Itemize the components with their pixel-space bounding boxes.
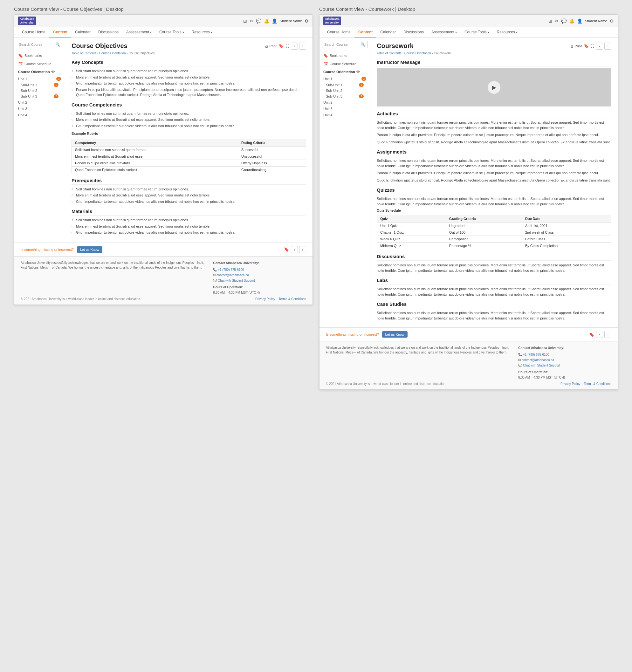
user-icon[interactable]: 👤 bbox=[272, 19, 277, 24]
terms-link-1[interactable]: Terms & Conditions bbox=[278, 297, 306, 301]
sidebar-item-schedule-2[interactable]: 📅 Course Schedule bbox=[319, 60, 370, 68]
sidebar-unit1-1[interactable]: Unit 1 3 bbox=[14, 76, 65, 82]
schedule-label-1: Course Schedule bbox=[24, 62, 51, 66]
phone-link-1[interactable]: +1 (780) 675-6100 bbox=[218, 268, 244, 271]
bell-icon-2[interactable]: 🔔 bbox=[569, 19, 575, 24]
bookmark-btn-2[interactable]: 🔖 bbox=[584, 44, 589, 48]
grid-icon[interactable]: ⊞ bbox=[243, 19, 247, 24]
footer-prev-1[interactable]: ‹ bbox=[291, 246, 298, 253]
sidebar-unit4-1[interactable]: Unit 4 bbox=[14, 112, 65, 118]
nav-calendar-2[interactable]: Calendar bbox=[376, 27, 399, 38]
let-us-know-btn-1[interactable]: Let us Know bbox=[77, 246, 103, 253]
privacy-link-1[interactable]: Privacy Policy bbox=[255, 297, 275, 301]
phone-link-2[interactable]: +1 (780) 675-6100 bbox=[523, 353, 549, 356]
sidebar-item-schedule-1[interactable]: 📅 Course Schedule bbox=[14, 60, 65, 68]
bookmark-btn-footer-2[interactable]: 🔖 bbox=[589, 332, 594, 337]
print-button-2[interactable]: 🖨 Print bbox=[570, 44, 582, 48]
quiz-cell: Before Class bbox=[522, 236, 611, 243]
footer-next-1[interactable]: › bbox=[299, 246, 306, 253]
mail-icon-2[interactable]: ✉ bbox=[555, 19, 559, 24]
gear-icon-2[interactable]: ⚙ bbox=[610, 19, 614, 24]
let-us-know-btn-2[interactable]: Let us Know bbox=[382, 331, 408, 338]
expand-icon-2[interactable]: ⛶ bbox=[591, 44, 594, 48]
print-button-1[interactable]: 🖨 Print bbox=[265, 44, 276, 48]
nav-assessement-2[interactable]: Assessement bbox=[428, 27, 461, 38]
bookmark-btn-1[interactable]: 🔖 bbox=[278, 44, 284, 48]
email-link-1[interactable]: contact@athabasca.ca bbox=[217, 273, 249, 277]
footer-chat-2[interactable]: 💬 Chat with Student Support bbox=[518, 363, 611, 368]
footer-phone-1[interactable]: 📞 +1 (780) 675-6100 bbox=[213, 267, 306, 272]
nav-course-home-2[interactable]: Course Home bbox=[323, 27, 355, 38]
logo-area-1: Athabasca University bbox=[18, 17, 36, 25]
user-icon-2[interactable]: 👤 bbox=[577, 19, 582, 24]
nav-course-home-1[interactable]: Course Home bbox=[18, 27, 49, 38]
breadcrumb-orientation-2[interactable]: Course Orientation bbox=[404, 51, 431, 55]
nav-content-2[interactable]: Content bbox=[355, 27, 376, 38]
chat-icon[interactable]: 💬 bbox=[256, 19, 261, 24]
breadcrumb-toc-1[interactable]: Table of Contents bbox=[72, 51, 96, 55]
email-link-2[interactable]: contact@athabasca.ca bbox=[522, 358, 554, 362]
sidebar-section-orientation-1[interactable]: Course Orientation 👁 bbox=[14, 68, 65, 76]
nav-calendar-1[interactable]: Calendar bbox=[71, 27, 94, 38]
chat-icon-2[interactable]: 💬 bbox=[561, 19, 566, 24]
prev-arrow-2[interactable]: ‹ bbox=[596, 43, 603, 50]
grid-icon-2[interactable]: ⊞ bbox=[549, 19, 552, 24]
expand-icon-1[interactable]: ⛶ bbox=[286, 44, 289, 48]
next-arrow-2[interactable]: › bbox=[604, 43, 611, 50]
footer-email-1[interactable]: ✉ contact@athabasca.ca bbox=[213, 272, 306, 278]
gear-icon-1[interactable]: ⚙ bbox=[305, 19, 309, 24]
search-input-2[interactable] bbox=[324, 43, 361, 46]
video-placeholder[interactable]: ▶ bbox=[377, 68, 611, 106]
sidebar-subunit2-2[interactable]: Sub-Unit 2 bbox=[319, 88, 370, 93]
nav-assessement-1[interactable]: Assessement bbox=[122, 27, 155, 38]
footer-prev-2[interactable]: ‹ bbox=[596, 331, 603, 338]
nav-discussions-2[interactable]: Discussions bbox=[399, 27, 428, 38]
sidebar-subunit1-1[interactable]: Sub-Unit 1 1 bbox=[14, 82, 65, 88]
sidebar-item-bookmarks-2[interactable]: 🔖 Bookmarks bbox=[319, 51, 370, 60]
sidebar-item-bookmarks-1[interactable]: 🔖 Bookmarks bbox=[14, 51, 65, 60]
nav-discussions-1[interactable]: Discussions bbox=[94, 27, 122, 38]
prev-arrow-1[interactable]: ‹ bbox=[291, 43, 298, 50]
nav-course-tools-2[interactable]: Course Tools bbox=[461, 27, 493, 38]
search-box-1[interactable]: 🔍 bbox=[17, 41, 62, 48]
sidebar-unit2-1[interactable]: Unit 2 bbox=[14, 99, 65, 105]
nav-resources-1[interactable]: Resources bbox=[188, 27, 216, 38]
breadcrumb-orientation-1[interactable]: Course Orientation bbox=[99, 51, 126, 55]
section-assignments: Assignments bbox=[377, 149, 611, 156]
search-input-1[interactable] bbox=[19, 43, 55, 46]
sidebar-subunit1-2[interactable]: Sub-Unit 1 1 bbox=[319, 82, 370, 88]
mail-icon[interactable]: ✉ bbox=[249, 19, 253, 24]
search-icon-2: 🔍 bbox=[361, 42, 365, 47]
bookmark-btn-footer-1[interactable]: 🔖 bbox=[284, 247, 289, 252]
footer-content-2: Athabasca University respectfully acknow… bbox=[326, 345, 611, 380]
next-arrow-1[interactable]: › bbox=[299, 43, 306, 50]
sidebar-subunit2-1[interactable]: Sub-Unit 2 bbox=[14, 88, 65, 93]
nav-resources-2[interactable]: Resources bbox=[493, 27, 521, 38]
sidebar-unit3-1[interactable]: Unit 3 bbox=[14, 105, 65, 112]
nav-content-1[interactable]: Content bbox=[49, 27, 71, 38]
chat-link-2[interactable]: Chat with Student Support bbox=[523, 364, 560, 367]
rubric-cell: Ponam in culpa idiota aliis pravitatis. bbox=[72, 160, 238, 166]
search-box-2[interactable]: 🔍 bbox=[322, 41, 367, 48]
sidebar-subunit3-1[interactable]: Sub-Unit 3 2 bbox=[14, 93, 65, 99]
footer-hours-1: 8:30 AM – 4:30 PM MST (UTC 4) bbox=[213, 290, 306, 295]
bell-icon[interactable]: 🔔 bbox=[264, 19, 269, 24]
sidebar-unit2-2[interactable]: Unit 2 bbox=[319, 99, 370, 105]
breadcrumb-toc-2[interactable]: Table of Contents bbox=[377, 51, 402, 55]
sidebar-unit1-2[interactable]: Unit 1 3 bbox=[319, 76, 370, 82]
header-bar-1: Athabasca University ⊞ ✉ 💬 🔔 👤 Student N… bbox=[14, 15, 313, 27]
nav-arrows-2: ‹ › bbox=[596, 43, 611, 50]
footer-chat-1[interactable]: 💬 Chat with Student Support bbox=[213, 278, 306, 283]
chat-link-1[interactable]: Chat with Student Support bbox=[218, 279, 255, 282]
terms-link-2[interactable]: Terms & Conditions bbox=[584, 382, 611, 386]
footer-phone-2[interactable]: 📞 +1 (780) 675-6100 bbox=[518, 352, 611, 357]
sidebar-section-orientation-2[interactable]: Course Orientation 👁 bbox=[319, 68, 370, 76]
sidebar-subunit3-2[interactable]: Sub-Unit 3 2 bbox=[319, 93, 370, 99]
privacy-link-2[interactable]: Privacy Policy bbox=[560, 382, 580, 386]
play-button[interactable]: ▶ bbox=[488, 81, 501, 94]
sidebar-unit4-2[interactable]: Unit 4 bbox=[319, 112, 370, 118]
nav-course-tools-1[interactable]: Course Tools bbox=[155, 27, 188, 38]
sidebar-unit3-2[interactable]: Unit 3 bbox=[319, 105, 370, 112]
footer-email-2[interactable]: ✉ contact@athabasca.ca bbox=[518, 357, 611, 363]
footer-next-2[interactable]: › bbox=[604, 331, 611, 338]
